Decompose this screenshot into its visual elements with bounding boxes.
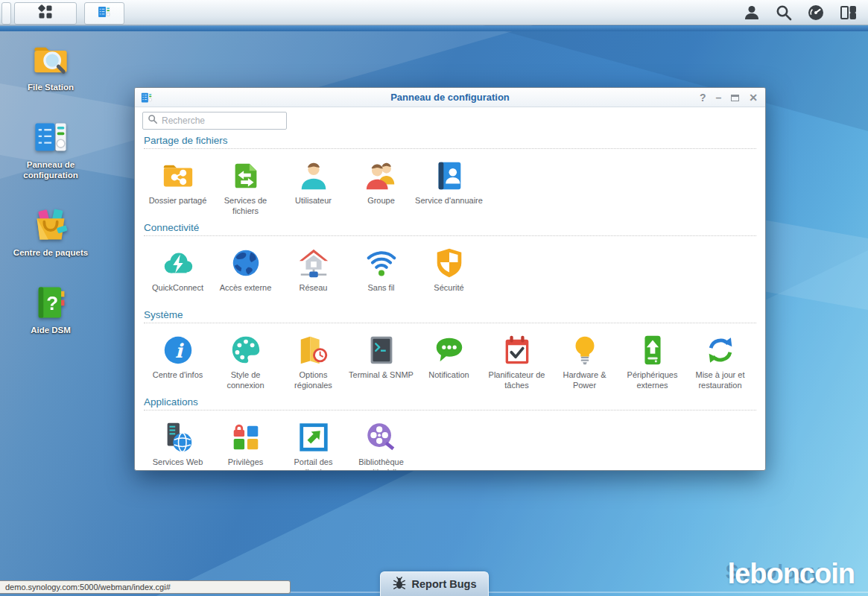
palette-icon (229, 332, 263, 367)
window-controls: ? – ✕ (700, 88, 758, 107)
close-icon[interactable]: ✕ (749, 92, 758, 103)
cp-item-label: Sans fil (367, 283, 394, 304)
cp-item-security[interactable]: Sécurité (415, 244, 483, 304)
cp-item-file-services[interactable]: Services de fichiers (212, 157, 279, 217)
user-icon[interactable] (742, 3, 761, 22)
file-services-icon (229, 157, 263, 193)
desktop-icon-package-center[interactable]: Centre de paquets (5, 206, 96, 258)
cp-item-label: Options régionales (279, 370, 347, 391)
cp-item-label: Notification (428, 370, 469, 391)
desktop: File Station Panneau de configuration (0, 0, 868, 596)
wifi-icon (364, 244, 399, 280)
svg-text:?: ? (46, 292, 58, 314)
cp-item-label: Sécurité (434, 283, 463, 304)
desktop-icon-label: Centre de paquets (13, 247, 88, 258)
cp-item-network[interactable]: Réseau (279, 244, 347, 304)
cp-item-label: Bibliothèque multimédia (347, 457, 415, 471)
section-items-row: Services Web Privilèges (144, 410, 756, 471)
search-box[interactable] (142, 112, 287, 130)
cp-item-notification[interactable]: Notification (415, 332, 483, 391)
cp-item-label: Accès externe (220, 283, 272, 304)
cp-item-shared-folder[interactable]: Dossier partagé (144, 157, 212, 217)
cp-item-label: Hardware & Power (551, 370, 618, 391)
report-bugs-button[interactable]: Report Bugs (380, 571, 489, 596)
desktop-icon-dsm-help[interactable]: ? Aide DSM (5, 283, 96, 335)
desktop-icon-label: Aide DSM (31, 325, 71, 335)
cp-item-label: Centre d'infos (153, 370, 203, 391)
cp-item-multimedia-library[interactable]: Bibliothèque multimédia (347, 419, 415, 471)
speech-bubble-icon (432, 332, 466, 367)
cp-item-label: Planificateur de tâches (483, 370, 551, 391)
desktop-icon-column: File Station Panneau de configuration (5, 40, 96, 335)
show-desktop-button[interactable] (1, 2, 11, 25)
taskbar-control-panel-button[interactable] (84, 2, 124, 25)
main-menu-button[interactable] (14, 2, 77, 25)
report-bugs-label: Report Bugs (412, 578, 477, 590)
cp-item-wireless[interactable]: Sans fil (347, 244, 415, 304)
cp-item-application-portal[interactable]: Portail des applications (279, 419, 347, 471)
search-magnifier-icon (148, 114, 158, 127)
lock-grid-icon (229, 419, 263, 454)
control-panel-icon (31, 118, 70, 156)
desktop-icon-label: File Station (28, 82, 74, 92)
cp-item-external-devices[interactable]: Périphériques externes (618, 332, 686, 391)
cp-item-directory-service[interactable]: Service d'annuaire (415, 157, 483, 217)
portal-arrow-icon (297, 419, 331, 454)
user-icon (297, 157, 331, 193)
maximize-icon[interactable] (731, 95, 739, 101)
window-titlebar[interactable]: Panneau de configuration ? – ✕ (135, 88, 765, 107)
cp-item-privileges[interactable]: Privilèges (212, 419, 279, 471)
cp-item-external-access[interactable]: Accès externe (212, 244, 279, 304)
file-station-icon (31, 40, 70, 79)
cp-item-label: Services de fichiers (212, 196, 279, 217)
quickconnect-cloud-icon (161, 244, 195, 280)
widgets-gauge-icon[interactable] (806, 3, 826, 22)
taskbar-tray (742, 3, 868, 22)
cp-item-info-center[interactable]: i Centre d'infos (144, 332, 212, 391)
cp-item-label: Portail des applications (279, 457, 347, 471)
cp-item-label: Dossier partagé (149, 196, 207, 217)
search-icon[interactable] (774, 3, 793, 22)
cp-item-login-style[interactable]: Style de connexion (212, 332, 279, 391)
pilot-view-icon[interactable] (838, 3, 858, 22)
cp-item-quickconnect[interactable]: QuickConnect (144, 244, 212, 304)
cp-item-update-restore[interactable]: Mise à jour et restauration (686, 332, 754, 391)
info-icon: i (161, 332, 195, 367)
directory-service-icon (432, 157, 466, 193)
cp-item-task-scheduler[interactable]: Planificateur de tâches (483, 332, 551, 391)
desktop-icon-file-station[interactable]: File Station (5, 40, 96, 92)
cp-item-label: Terminal & SNMP (349, 370, 414, 391)
cp-item-label: Utilisateur (295, 196, 332, 217)
desktop-icon-label: Panneau de configuration (12, 159, 89, 180)
cp-item-label: Groupe (367, 196, 395, 217)
section-title: Partage de fichiers (144, 135, 756, 149)
cp-item-web-services[interactable]: Services Web (144, 419, 212, 471)
desktop-icon-control-panel[interactable]: Panneau de configuration (5, 118, 96, 180)
shield-icon (432, 244, 466, 280)
package-center-icon (31, 206, 70, 244)
cp-item-hardware-power[interactable]: Hardware & Power (551, 332, 618, 391)
cp-item-label: Service d'annuaire (415, 196, 483, 217)
cp-item-group[interactable]: Groupe (347, 157, 415, 217)
taskbar-accent-stripe (0, 26, 868, 31)
cp-item-label: QuickConnect (152, 283, 203, 304)
cp-item-label: Mise à jour et restauration (686, 370, 754, 391)
bug-icon (393, 577, 406, 592)
cp-item-regional-options[interactable]: Options régionales (279, 332, 347, 391)
calendar-check-icon (500, 332, 534, 367)
main-menu-grid-icon (37, 3, 54, 24)
control-panel-icon (97, 4, 112, 22)
cp-item-label: Style de connexion (212, 370, 279, 391)
minimize-icon[interactable]: – (715, 92, 721, 103)
search-input[interactable] (162, 115, 286, 126)
help-icon[interactable]: ? (700, 92, 706, 103)
control-panel-window: Panneau de configuration ? – ✕ Partage d… (134, 87, 766, 471)
cp-item-label: Services Web (153, 457, 203, 471)
cp-item-user[interactable]: Utilisateur (279, 157, 347, 217)
section-title: Système (144, 309, 756, 323)
window-title: Panneau de configuration (135, 92, 765, 103)
section-title: Applications (144, 396, 756, 410)
cp-item-label: Réseau (300, 283, 328, 304)
cp-item-terminal-snmp[interactable]: Terminal & SNMP (347, 332, 415, 391)
section-applications: Applications Serv (144, 396, 756, 471)
